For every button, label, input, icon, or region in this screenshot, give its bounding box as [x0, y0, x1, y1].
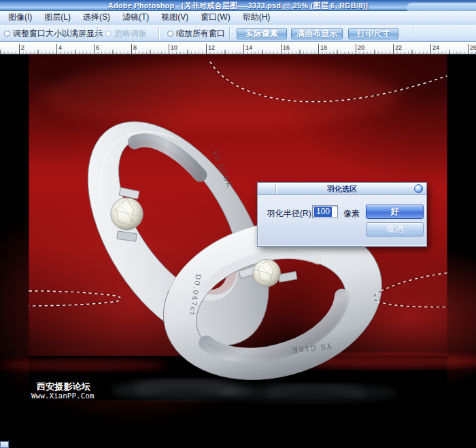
radio-icon	[167, 31, 173, 37]
option-ignore-palettes: 忽略调板	[105, 28, 147, 39]
menu-bar: 图像(I) 图层(L) 选择(S) 滤镜(T) 视图(V) 窗口(W) 帮助(H…	[0, 11, 476, 24]
title-bar[interactable]: Adobe Photoshop - [芳菲对戒合层图----3333.psd @…	[0, 0, 476, 11]
menu-help[interactable]: 帮助(H)	[239, 11, 275, 24]
svg-text:18: 18	[320, 44, 327, 51]
fit-screen-button[interactable]: 满画布显示	[291, 28, 343, 39]
diamond-left	[111, 198, 143, 230]
actual-pixels-button[interactable]: 实际像素	[237, 28, 287, 39]
menu-layer[interactable]: 图层(L)	[40, 11, 75, 24]
svg-text:26: 26	[470, 44, 476, 51]
svg-text:10: 10	[171, 44, 177, 51]
feather-radius-value: 100	[314, 207, 332, 217]
feather-radius-input[interactable]: 100	[312, 205, 338, 218]
menu-view[interactable]: 视图(V)	[157, 11, 192, 24]
svg-text:22: 22	[395, 44, 402, 51]
rings-photo: YS G18K D0.047ct YS G18K	[0, 54, 476, 448]
svg-text:6: 6	[96, 44, 99, 51]
photoshop-window: Adobe Photoshop - [芳菲对戒合层图----3333.psd @…	[0, 0, 476, 448]
pixels-unit-label: 像素	[343, 208, 360, 220]
print-size-button[interactable]: 打印尺寸	[348, 28, 398, 39]
svg-text:20: 20	[358, 44, 364, 51]
svg-text:24: 24	[432, 44, 439, 51]
window-title: Adobe Photoshop - [芳菲对戒合层图----3333.psd @…	[0, 1, 476, 11]
separator	[158, 27, 159, 39]
watermark-url: Www.XianPP.Com	[31, 392, 95, 400]
tool-options-bar: 调整窗口大小以满屏显示 忽略调板 缩放所有窗口 实际像素 满画布显示 打印尺寸 …	[0, 24, 476, 42]
svg-text:16: 16	[283, 44, 290, 51]
separator	[97, 27, 98, 39]
svg-text:2: 2	[21, 44, 24, 51]
watermark: 西安摄影论坛 Www.XianPP.Com	[31, 381, 95, 400]
svg-text:14: 14	[245, 44, 252, 51]
document-canvas[interactable]: YS G18K D0.047ct YS G18K	[0, 54, 476, 448]
option-zoom-all[interactable]: 缩放所有窗口	[167, 28, 225, 39]
feather-selection-dialog: 羽化选区 羽化半径(R): 100 像素 好 取消	[257, 182, 427, 247]
watermark-forum-name: 西安摄影论坛	[36, 381, 90, 392]
separator	[413, 27, 413, 39]
menu-image[interactable]: 图像(I)	[4, 11, 36, 24]
dialog-close-icon[interactable]	[414, 184, 423, 193]
dialog-title: 羽化选区	[258, 184, 426, 194]
menu-filter[interactable]: 滤镜(T)	[118, 11, 153, 24]
corner-widget	[0, 441, 9, 448]
menu-select[interactable]: 选择(S)	[79, 11, 114, 24]
dialog-title-bar[interactable]: 羽化选区	[258, 183, 426, 195]
svg-text:8: 8	[133, 44, 137, 51]
cancel-button[interactable]: 取消	[366, 222, 424, 237]
separator	[229, 27, 230, 39]
horizontal-ruler[interactable]: 2468101214161820222426	[0, 42, 476, 54]
ok-button[interactable]: 好	[366, 205, 424, 219]
svg-text:12: 12	[208, 44, 215, 51]
menu-window[interactable]: 窗口(W)	[197, 11, 234, 24]
radio-icon	[4, 31, 10, 37]
svg-text:4: 4	[58, 44, 62, 51]
ruler-ticks: 2468101214161820222426	[0, 42, 476, 54]
feather-radius-label: 羽化半径(R):	[267, 208, 313, 220]
radio-icon	[105, 31, 112, 37]
option-fit-window[interactable]: 调整窗口大小以满屏显示	[4, 28, 103, 39]
